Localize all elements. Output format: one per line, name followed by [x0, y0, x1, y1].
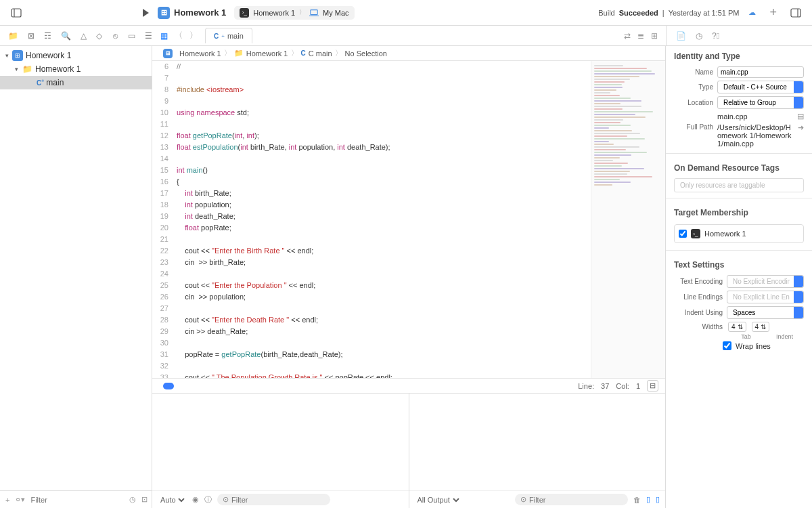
- test-nav-icon[interactable]: ◇: [96, 30, 102, 41]
- toolbar: ⊞ Homework 1 ›_ Homework 1 〉 My Mac Buil…: [0, 0, 812, 26]
- encoding-select[interactable]: No Explicit Encoding: [727, 275, 804, 288]
- show-console-icon[interactable]: ▯: [656, 495, 660, 504]
- scheme-selector[interactable]: ›_ Homework 1 〉 My Mac: [234, 6, 354, 20]
- wrap-lines-checkbox[interactable]: [723, 341, 731, 350]
- tree-item[interactable]: ▾📁Homework 1: [0, 62, 152, 76]
- debug-area: Auto ◉ ⓘ ⊙ All Output ⊙ 🗑 ▯ ▯: [152, 393, 665, 508]
- trash-icon[interactable]: 🗑: [633, 496, 641, 504]
- history-inspector-icon[interactable]: ◷: [696, 31, 702, 41]
- symbol-nav-icon[interactable]: ☶: [44, 30, 51, 41]
- tree-item[interactable]: ▾⊞Homework 1: [0, 49, 152, 62]
- recent-icon[interactable]: ◷: [129, 495, 136, 504]
- file-display: main.cpp: [717, 112, 793, 121]
- info-icon[interactable]: ⓘ: [204, 494, 212, 505]
- tab-main[interactable]: C+ main: [205, 28, 252, 43]
- breakpoint-indicator-icon[interactable]: [163, 383, 174, 389]
- locate-icon[interactable]: ▤: [797, 112, 804, 121]
- line-endings-select[interactable]: No Explicit Line Endings: [727, 291, 804, 303]
- odr-section-title: On Demand Resource Tags: [666, 158, 812, 177]
- swap-icon[interactable]: ⇄: [624, 31, 631, 41]
- breakpoint-nav-icon[interactable]: ▭: [128, 30, 135, 41]
- navigator-filter-input[interactable]: [30, 496, 124, 504]
- panel-right-icon[interactable]: [789, 6, 803, 20]
- run-button[interactable]: [139, 6, 152, 20]
- add-editor-icon[interactable]: ⊞: [651, 31, 658, 41]
- add-file-icon[interactable]: +: [5, 496, 9, 504]
- odr-placeholder: Only resources are taggable: [674, 178, 804, 192]
- target-section-title: Target Membership: [666, 203, 812, 221]
- source-control-icon[interactable]: ⊠: [28, 30, 35, 41]
- editor-status-bar: Line:37 Col:1 ⊟: [152, 378, 665, 393]
- editor-options-icon[interactable]: ⊟: [647, 380, 658, 391]
- identity-section-title: Identity and Type: [666, 46, 812, 65]
- scm-filter-icon[interactable]: ⊡: [141, 495, 148, 504]
- items-icon[interactable]: ≣: [637, 31, 644, 41]
- console-filter-input[interactable]: [529, 496, 623, 504]
- indent-width-stepper[interactable]: 4⇅: [752, 322, 770, 332]
- issue-nav-icon[interactable]: △: [81, 30, 87, 41]
- project-icon: ⊞: [158, 7, 170, 19]
- chevron-right-icon: 〉: [299, 8, 305, 17]
- reveal-icon[interactable]: ➜: [798, 123, 804, 132]
- view-icon[interactable]: ◉: [192, 495, 199, 504]
- terminal-icon: ›_: [691, 229, 700, 238]
- panel-left-icon[interactable]: [9, 6, 23, 20]
- svg-rect-0: [12, 9, 21, 17]
- minimap[interactable]: [591, 61, 665, 378]
- cpp-file-icon: C: [214, 33, 219, 40]
- project-tree[interactable]: ▾⊞Homework 1▾📁Homework 1C+main: [0, 46, 152, 490]
- svg-rect-2: [311, 9, 318, 14]
- show-variables-icon[interactable]: ▯: [646, 495, 650, 504]
- folder-nav-icon[interactable]: 📁: [8, 30, 18, 41]
- related-items-icon[interactable]: ▦: [159, 31, 168, 41]
- help-inspector-icon[interactable]: ?⃝: [712, 31, 719, 41]
- scheme-name: Homework 1: [253, 9, 295, 17]
- forward-icon[interactable]: 〉: [189, 31, 198, 41]
- filter-scope-icon[interactable]: ⚪︎▾: [15, 495, 25, 504]
- back-icon[interactable]: 〈: [174, 31, 183, 41]
- search-icon[interactable]: 🔍: [61, 30, 71, 41]
- file-type-select[interactable]: Default - C++ Source: [717, 81, 804, 93]
- editor-area: ⊞ Homework 1〉 📁Homework 1〉 CC main〉 No S…: [152, 46, 666, 508]
- code-editor[interactable]: 6789101112131415161718192021222324252627…: [152, 61, 591, 378]
- output-scope-select[interactable]: All Output: [415, 495, 461, 505]
- indent-using-select[interactable]: Spaces: [727, 306, 804, 319]
- report-nav-icon[interactable]: ☰: [145, 30, 152, 41]
- destination-name: My Mac: [323, 9, 349, 17]
- navigator-filter-bar: + ⚪︎▾ ◷ ⊡: [0, 490, 152, 508]
- jump-bar[interactable]: ⊞ Homework 1〉 📁Homework 1〉 CC main〉 No S…: [152, 46, 665, 61]
- location-select[interactable]: Relative to Group: [717, 96, 804, 109]
- filter-icon: ⊙: [520, 495, 526, 504]
- target-name: Homework 1: [704, 230, 746, 238]
- navigator: ▾⊞Homework 1▾📁Homework 1C+main + ⚪︎▾ ◷ ⊡: [0, 46, 152, 508]
- text-section-title: Text Settings: [666, 255, 812, 274]
- file-inspector-icon[interactable]: 📄: [676, 31, 686, 41]
- target-checkbox[interactable]: [679, 230, 687, 238]
- cloud-icon: ☁︎: [748, 8, 756, 17]
- mac-icon: [309, 8, 319, 18]
- debug-nav-icon[interactable]: ⎋: [112, 30, 118, 41]
- terminal-icon: ›_: [240, 8, 249, 18]
- inspector: Identity and Type Name Type Default - C+…: [666, 46, 812, 508]
- tree-item[interactable]: C+main: [0, 76, 152, 89]
- file-name-input[interactable]: [717, 66, 804, 78]
- filter-icon: ⊙: [223, 495, 229, 504]
- add-button[interactable]: +: [769, 5, 777, 20]
- variables-scope-select[interactable]: Auto: [158, 495, 187, 505]
- tab-row: 📁 ⊠ ☶ 🔍 △ ◇ ⎋ ▭ ☰ ▦ 〈 〉 C+ main ⇄ ≣ ⊞: [0, 26, 812, 46]
- build-status: Build Succeeded | Yesterday at 1:51 PM ☁…: [598, 8, 756, 17]
- svg-rect-4: [791, 9, 800, 17]
- project-title: Homework 1: [174, 7, 226, 18]
- tab-width-stepper[interactable]: 4⇅: [728, 322, 746, 332]
- wrap-lines-label: Wrap lines: [736, 342, 771, 350]
- variables-filter-input[interactable]: [231, 496, 325, 504]
- full-path: /Users/nick/Desktop/Homework 1/Homework …: [717, 123, 794, 148]
